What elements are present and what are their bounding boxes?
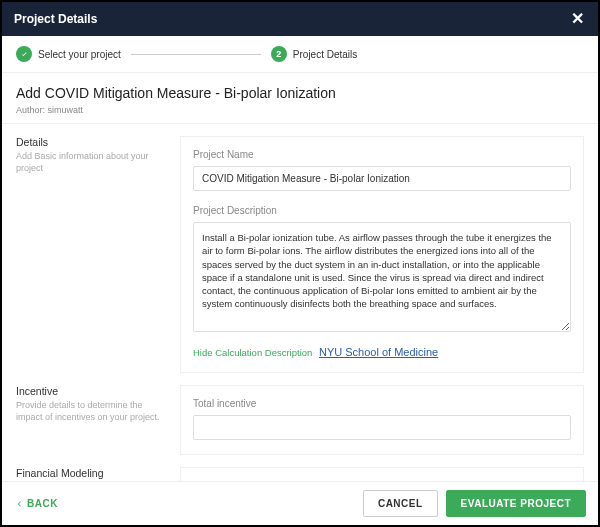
close-icon[interactable]: ✕ <box>569 7 586 31</box>
page-title: Add COVID Mitigation Measure - Bi-polar … <box>16 85 584 101</box>
stepper: Select your project 2 Project Details <box>2 36 598 73</box>
project-name-input[interactable] <box>193 166 571 191</box>
modal-title: Project Details <box>14 12 97 26</box>
section-financial-title: Financial Modeling <box>16 467 166 479</box>
page-heading: Add COVID Mitigation Measure - Bi-polar … <box>2 73 598 124</box>
footer: BACK CANCEL EVALUATE PROJECT <box>2 481 598 525</box>
incentive-input[interactable] <box>193 415 571 440</box>
nyu-link[interactable]: NYU School of Medicine <box>319 346 438 358</box>
section-financial: Financial Modeling Total Project Cost <box>2 455 598 481</box>
form-body: Details Add Basic information about your… <box>2 124 598 481</box>
back-button[interactable]: BACK <box>14 498 58 509</box>
project-desc-textarea[interactable] <box>193 222 571 332</box>
incentive-label: Total incentive <box>193 398 571 409</box>
step-2-number: 2 <box>271 46 287 62</box>
check-icon <box>16 46 32 62</box>
section-details-hint: Add Basic information about your project <box>16 151 166 174</box>
chevron-left-icon <box>14 499 24 509</box>
author-label: Author: simuwatt <box>16 105 584 115</box>
section-details-title: Details <box>16 136 166 148</box>
evaluate-button[interactable]: EVALUATE PROJECT <box>446 490 586 517</box>
step-1[interactable]: Select your project <box>16 46 121 62</box>
cancel-button[interactable]: CANCEL <box>363 490 438 517</box>
step-2-label: Project Details <box>293 49 357 60</box>
section-details: Details Add Basic information about your… <box>2 124 598 373</box>
section-incentive: Incentive Provide details to determine t… <box>2 373 598 455</box>
project-desc-label: Project Description <box>193 205 571 216</box>
step-connector <box>131 54 261 55</box>
section-incentive-hint: Provide details to determine the impact … <box>16 400 166 423</box>
titlebar: Project Details ✕ <box>2 2 598 36</box>
project-details-modal: Project Details ✕ Select your project 2 … <box>2 2 598 525</box>
project-name-label: Project Name <box>193 149 571 160</box>
back-label: BACK <box>27 498 58 509</box>
step-1-label: Select your project <box>38 49 121 60</box>
section-incentive-title: Incentive <box>16 385 166 397</box>
step-2: 2 Project Details <box>271 46 357 62</box>
hide-calc-toggle[interactable]: Hide Calculation Description <box>193 347 312 358</box>
